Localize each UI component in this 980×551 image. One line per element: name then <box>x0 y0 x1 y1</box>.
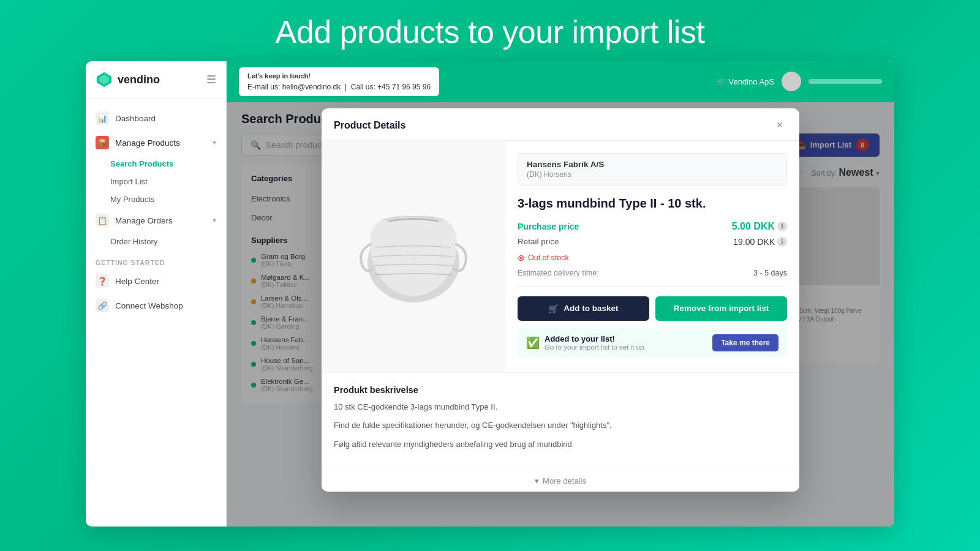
modal-product-image <box>359 189 481 324</box>
desc-line-2: Find de fulde specifikationer herunder, … <box>359 419 787 432</box>
desc-line-1: 10 stk CE-godkendte 3-lags mundbind Type… <box>359 401 787 414</box>
modal-image-column <box>359 164 505 372</box>
modal-supplier-loc: (DK) Horsens <box>527 170 778 179</box>
modal-body: Hansens Fabrik A/S (DK) Horsens 3-lags m… <box>359 164 799 372</box>
face-mask-svg <box>359 195 475 318</box>
check-circle-icon: ✅ <box>526 336 540 350</box>
sidebar-item-connect-webshop[interactable]: 🔗 Connect Webshop <box>86 293 226 318</box>
purchase-price-text: 5.00 DKK <box>732 221 775 232</box>
brand-icon: 🛒 <box>716 77 726 86</box>
products-area: ‹ 1 › Sort by: Newest ▾ <box>359 164 880 520</box>
connect-webshop-label: Connect Webshop <box>115 301 216 310</box>
vendino-brand: 🛒 Vendino ApS <box>716 77 774 86</box>
retail-price-row: Retail price 19.00 DKK ℹ <box>518 237 787 247</box>
added-notice-text: Added to your list! Go to your import li… <box>545 334 646 351</box>
add-to-basket-button[interactable]: 🛒 Add to basket <box>518 296 649 321</box>
retail-price-text: 19.00 DKK <box>733 237 775 247</box>
sidebar-item-order-history[interactable]: Order History <box>110 233 226 250</box>
vendino-logo-icon <box>96 71 113 88</box>
delivery-row: Estimated delivery time: 3 - 5 days <box>518 269 787 287</box>
delivery-label: Estimated delivery time: <box>518 269 599 277</box>
added-notice: ✅ Added to your list! Go to your import … <box>518 328 787 358</box>
modal-actions: 🛒 Add to basket Remove from import list <box>518 296 787 321</box>
brand-name: Vendino ApS <box>729 77 774 86</box>
take-me-there-button[interactable]: Take me there <box>712 334 778 351</box>
sidebar-navigation: 📊 Dashboard 📦 Manage Products ▾ Search P… <box>86 99 226 527</box>
connect-webshop-icon: 🔗 <box>96 299 109 312</box>
manage-products-icon: 📦 <box>96 136 109 149</box>
modal-product-title: 3-lags mundbind Type II - 10 stk. <box>518 195 787 211</box>
sidebar-item-search-products[interactable]: Search Products <box>110 155 226 173</box>
user-avatar <box>782 72 801 91</box>
sidebar-manage-orders-label: Manage Orders <box>115 216 206 225</box>
out-of-stock-text: Out of stock <box>528 253 569 262</box>
modal-overlay[interactable]: Product Details × <box>359 164 880 520</box>
retail-price-value: 19.00 DKK ℹ <box>733 237 787 247</box>
logo-area: vendino <box>96 71 160 88</box>
top-bar: Let's keep in touch! E-mail us: hello@ve… <box>227 61 894 102</box>
added-title: Added to your list! <box>545 334 646 343</box>
sidebar-item-manage-products[interactable]: 📦 Manage Products ▾ <box>86 130 226 155</box>
retail-price-info-icon[interactable]: ℹ <box>777 237 787 247</box>
app-wrapper: vendino ☰ 📊 Dashboard 📦 Manage Products … <box>86 61 894 527</box>
top-bar-right: 🛒 Vendino ApS <box>716 72 882 91</box>
remove-import-label: Remove from import list <box>674 304 769 313</box>
out-of-stock-icon: ⊗ <box>518 253 525 263</box>
logo-text: vendino <box>118 73 160 86</box>
hero-title: Add products to your import list <box>276 0 705 61</box>
manage-products-submenu: Search Products Import List My Products <box>86 155 226 208</box>
chevron-down-icon: ▾ <box>535 476 539 485</box>
purchase-price-label: Purchase price <box>518 222 579 231</box>
basket-icon: 🛒 <box>548 304 559 313</box>
expand-icon: ▾ <box>213 138 216 147</box>
stock-status-row: ⊗ Out of stock <box>518 253 787 263</box>
purchase-price-value: 5.00 DKK ℹ <box>732 221 787 232</box>
sidebar-manage-products-label: Manage Products <box>115 138 206 148</box>
contact-info-box: Let's keep in touch! E-mail us: hello@ve… <box>239 67 439 96</box>
dashboard-icon: 📊 <box>96 111 109 125</box>
manage-orders-submenu: Order History <box>86 233 226 250</box>
help-center-icon: ❓ <box>96 274 109 288</box>
delivery-value: 3 - 5 days <box>753 269 787 277</box>
sidebar-logo: vendino ☰ <box>86 61 226 99</box>
manage-orders-icon: 📋 <box>96 214 109 227</box>
more-details-link[interactable]: ▾ More details <box>359 470 799 492</box>
contact-label: Let's keep in touch! <box>247 71 431 81</box>
purchase-price-info-icon[interactable]: ℹ <box>777 222 787 231</box>
purchase-price-row: Purchase price 5.00 DKK ℹ <box>518 221 787 232</box>
contact-email: E-mail us: hello@vendino.dk <box>247 83 341 91</box>
contact-phone: Call us: +45 71 96 95 96 <box>351 83 431 91</box>
sidebar: vendino ☰ 📊 Dashboard 📦 Manage Products … <box>86 61 227 527</box>
desc-title: Produkt beskrivelse <box>359 385 787 395</box>
modal-lower: Produkt beskrivelse 10 stk CE-godkendte … <box>359 372 799 470</box>
remove-from-import-button[interactable]: Remove from import list <box>655 296 787 321</box>
modal-details-column: Hansens Fabrik A/S (DK) Horsens 3-lags m… <box>505 164 799 372</box>
page-area: Search Products 🔍 Search products by nam… <box>227 102 894 527</box>
contact-details: E-mail us: hello@vendino.dk | Call us: +… <box>247 81 431 92</box>
orders-expand-icon: ▾ <box>213 216 216 225</box>
main-content: Let's keep in touch! E-mail us: hello@ve… <box>227 61 894 527</box>
retail-price-label: Retail price <box>518 237 559 246</box>
take-me-label: Take me there <box>721 339 770 347</box>
content-row: Categories Electronics Decor Suppliers G… <box>227 164 894 527</box>
hamburger-icon[interactable]: ☰ <box>206 73 216 86</box>
top-bar-placeholder <box>809 79 882 84</box>
more-details-text: More details <box>543 476 586 485</box>
help-center-label: Help Center <box>115 277 216 286</box>
add-basket-label: Add to basket <box>564 304 618 313</box>
product-details-modal: Product Details × <box>359 164 799 492</box>
sidebar-item-help-center[interactable]: ❓ Help Center <box>86 269 226 293</box>
added-sub: Go to your import list to set it up. <box>545 343 646 351</box>
getting-started-label: GETTING STARTED <box>86 250 226 269</box>
desc-line-3: Følg altid relevante myndigheders anbefa… <box>359 438 787 451</box>
modal-supplier-box: Hansens Fabrik A/S (DK) Horsens <box>518 164 787 186</box>
sidebar-item-dashboard[interactable]: 📊 Dashboard <box>86 106 226 130</box>
sidebar-item-import-list[interactable]: Import List <box>110 173 226 190</box>
sidebar-dashboard-label: Dashboard <box>115 114 216 123</box>
out-of-stock-badge: ⊗ Out of stock <box>518 253 569 263</box>
modal-supplier-name: Hansens Fabrik A/S <box>527 164 778 169</box>
sidebar-item-my-products[interactable]: My Products <box>110 190 226 208</box>
sidebar-item-manage-orders[interactable]: 📋 Manage Orders ▾ <box>86 208 226 233</box>
added-notice-left: ✅ Added to your list! Go to your import … <box>526 334 646 351</box>
